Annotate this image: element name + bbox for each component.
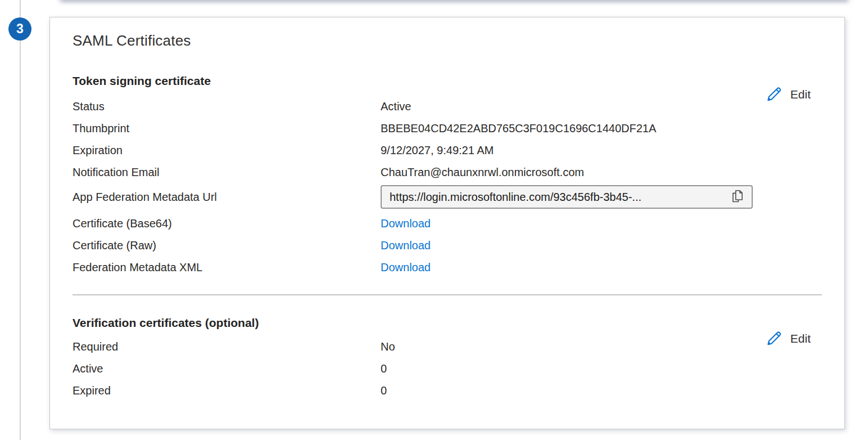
expiration-label: Expiration <box>73 144 381 157</box>
thumbprint-label: Thumbprint <box>73 122 381 135</box>
active-value: 0 <box>381 362 822 375</box>
federation-metadata-xml-label: Federation Metadata XML <box>73 261 381 274</box>
step-number: 3 <box>16 21 24 37</box>
edit-button-label: Edit <box>790 332 811 345</box>
certificate-base64-label: Certificate (Base64) <box>73 217 381 230</box>
thumbprint-value: BBEBE04CD42E2ABD765C3F019C1696C1440DF21A <box>381 122 822 135</box>
app-federation-metadata-url-label: App Federation Metadata Url <box>73 191 381 204</box>
certificate-raw-row: Certificate (Raw) Download <box>73 235 822 257</box>
copy-icon <box>730 188 745 206</box>
required-row: Required No <box>73 336 822 358</box>
certificate-raw-label: Certificate (Raw) <box>73 239 381 252</box>
edit-token-signing-certificate-button[interactable]: Edit <box>761 83 814 106</box>
download-certificate-base64-link[interactable]: Download <box>381 217 431 230</box>
active-row: Active 0 <box>73 358 822 380</box>
section-divider <box>73 294 822 295</box>
required-value: No <box>381 340 822 353</box>
expired-value: 0 <box>381 384 822 397</box>
notification-email-row: Notification Email ChauTran@chaunxnrwl.o… <box>73 161 822 183</box>
notification-email-label: Notification Email <box>73 166 381 179</box>
status-label: Status <box>73 100 381 113</box>
certificate-base64-row: Certificate (Base64) Download <box>73 213 822 235</box>
step-connector-line <box>20 0 21 440</box>
expired-row: Expired 0 <box>73 380 822 402</box>
saml-certificates-card: SAML Certificates Token signing certific… <box>49 17 845 429</box>
edit-pencil-icon <box>765 85 783 104</box>
thumbprint-row: Thumbprint BBEBE04CD42E2ABD765C3F019C169… <box>73 118 822 140</box>
expired-label: Expired <box>73 384 381 397</box>
edit-button-label: Edit <box>790 88 811 101</box>
app-federation-metadata-url-row: App Federation Metadata Url https://logi… <box>73 183 822 210</box>
verification-certificates-heading: Verification certificates (optional) <box>73 316 822 330</box>
app-federation-metadata-url-input[interactable]: https://login.microsoftonline.com/93c456… <box>381 185 753 209</box>
notification-email-value: ChauTran@chaunxnrwl.onmicrosoft.com <box>381 166 822 179</box>
expiration-row: Expiration 9/12/2027, 9:49:21 AM <box>73 140 822 161</box>
download-certificate-raw-link[interactable]: Download <box>381 239 431 252</box>
copy-url-button[interactable] <box>728 187 747 206</box>
edit-verification-certificates-button[interactable]: Edit <box>761 327 814 350</box>
required-label: Required <box>73 340 381 353</box>
app-federation-metadata-url-value: https://login.microsoftonline.com/93c456… <box>390 191 725 204</box>
step-badge: 3 <box>8 17 31 41</box>
edit-pencil-icon <box>765 329 783 348</box>
status-value: Active <box>381 100 822 113</box>
federation-metadata-xml-row: Federation Metadata XML Download <box>73 257 822 279</box>
token-signing-certificate-heading: Token signing certificate <box>73 74 822 88</box>
expiration-value: 9/12/2027, 9:49:21 AM <box>381 144 822 157</box>
active-label: Active <box>73 362 381 375</box>
card-title: SAML Certificates <box>73 32 822 50</box>
download-federation-metadata-xml-link[interactable]: Download <box>381 261 431 274</box>
status-row: Status Active <box>73 96 822 118</box>
